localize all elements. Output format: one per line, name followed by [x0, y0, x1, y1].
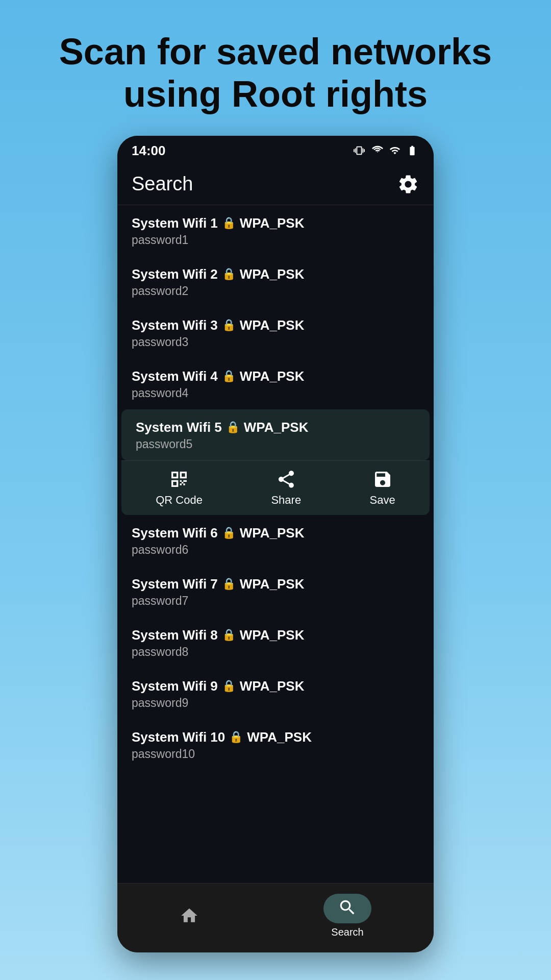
wifi-item-4[interactable]: System Wifi 4 🔒 WPA_PSK password4	[117, 358, 434, 409]
lock-icon-2: 🔒	[222, 267, 236, 281]
phone-frame: 14:00 Search	[117, 136, 434, 952]
wifi-name-3: System Wifi 3	[132, 317, 218, 333]
wifi-item-7[interactable]: System Wifi 7 🔒 WPA_PSK password7	[117, 566, 434, 617]
nav-item-home[interactable]	[180, 906, 199, 925]
signal-icon	[389, 145, 401, 156]
save-label: Save	[370, 494, 395, 507]
wifi-item-3[interactable]: System Wifi 3 🔒 WPA_PSK password3	[117, 307, 434, 358]
wifi-name-9: System Wifi 9	[132, 678, 218, 694]
save-button[interactable]: Save	[370, 469, 395, 507]
share-label: Share	[271, 494, 301, 507]
app-bar: Search	[117, 164, 434, 205]
wifi-name-5: System Wifi 5	[136, 420, 222, 435]
wifi-security-3: WPA_PSK	[240, 317, 305, 333]
wifi-item-5[interactable]: System Wifi 5 🔒 WPA_PSK password5	[121, 409, 430, 460]
wifi-item-10[interactable]: System Wifi 10 🔒 WPA_PSK password10	[117, 719, 434, 770]
save-icon	[372, 469, 393, 489]
wifi-name-6: System Wifi 6	[132, 525, 218, 541]
wifi-password-8: password8	[132, 645, 419, 659]
wifi-password-4: password4	[132, 386, 419, 400]
wifi-security-5: WPA_PSK	[244, 420, 309, 435]
wifi-security-4: WPA_PSK	[240, 369, 305, 384]
wifi-name-10: System Wifi 10	[132, 729, 225, 745]
vibrate-icon	[352, 145, 366, 156]
wifi-name-4: System Wifi 4	[132, 369, 218, 384]
wifi-item-2[interactable]: System Wifi 2 🔒 WPA_PSK password2	[117, 256, 434, 307]
wifi-password-3: password3	[132, 335, 419, 349]
share-button[interactable]: Share	[271, 469, 301, 507]
wifi-name-2: System Wifi 2	[132, 266, 218, 282]
bottom-nav: Search	[117, 883, 434, 952]
wifi-password-9: password9	[132, 696, 419, 710]
app-bar-title: Search	[132, 173, 193, 195]
lock-icon-10: 🔒	[229, 730, 243, 744]
wifi-security-2: WPA_PSK	[240, 266, 305, 282]
wifi-password-5: password5	[136, 437, 415, 451]
share-icon	[276, 469, 296, 489]
wifi-security-7: WPA_PSK	[240, 576, 305, 592]
wifi-password-2: password2	[132, 284, 419, 298]
wifi-security-8: WPA_PSK	[240, 627, 305, 643]
wifi-item-8[interactable]: System Wifi 8 🔒 WPA_PSK password8	[117, 617, 434, 668]
nav-item-search[interactable]: Search	[323, 894, 371, 938]
wifi-password-7: password7	[132, 594, 419, 608]
wifi-name-8: System Wifi 8	[132, 627, 218, 643]
lock-icon-7: 🔒	[222, 577, 236, 591]
settings-icon[interactable]	[397, 173, 419, 195]
wifi-item-9[interactable]: System Wifi 9 🔒 WPA_PSK password9	[117, 668, 434, 719]
lock-icon-8: 🔒	[222, 628, 236, 642]
wifi-password-6: password6	[132, 543, 419, 557]
wifi-name-1: System Wifi 1	[132, 215, 218, 231]
home-icon	[180, 906, 199, 925]
status-bar: 14:00	[117, 136, 434, 164]
lock-icon-6: 🔒	[222, 526, 236, 540]
wifi-password-10: password10	[132, 747, 419, 761]
wifi-password-1: password1	[132, 233, 419, 247]
qr-code-button[interactable]: QR Code	[156, 469, 203, 507]
wifi-list: System Wifi 1 🔒 WPA_PSK password1 System…	[117, 205, 434, 883]
headline: Scan for saved networks using Root right…	[18, 0, 533, 136]
battery-icon	[405, 145, 419, 156]
lock-icon-5: 🔒	[226, 421, 240, 434]
action-row: QR Code Share Save	[121, 460, 430, 515]
wifi-name-7: System Wifi 7	[132, 576, 218, 592]
lock-icon-4: 🔒	[222, 370, 236, 383]
wifi-security-6: WPA_PSK	[240, 525, 305, 541]
status-icons	[352, 145, 419, 156]
search-nav-label: Search	[331, 926, 363, 938]
qr-code-label: QR Code	[156, 494, 203, 507]
lock-icon-1: 🔒	[222, 216, 236, 230]
wifi-status-icon	[370, 145, 385, 156]
lock-icon-9: 🔒	[222, 679, 236, 693]
search-nav-icon	[338, 898, 357, 917]
wifi-item-6[interactable]: System Wifi 6 🔒 WPA_PSK password6	[117, 515, 434, 566]
wifi-security-1: WPA_PSK	[240, 215, 305, 231]
lock-icon-3: 🔒	[222, 318, 236, 332]
status-time: 14:00	[132, 143, 166, 159]
wifi-item-1[interactable]: System Wifi 1 🔒 WPA_PSK password1	[117, 205, 434, 256]
qr-code-icon	[169, 469, 189, 489]
wifi-security-10: WPA_PSK	[247, 729, 312, 745]
wifi-security-9: WPA_PSK	[240, 678, 305, 694]
